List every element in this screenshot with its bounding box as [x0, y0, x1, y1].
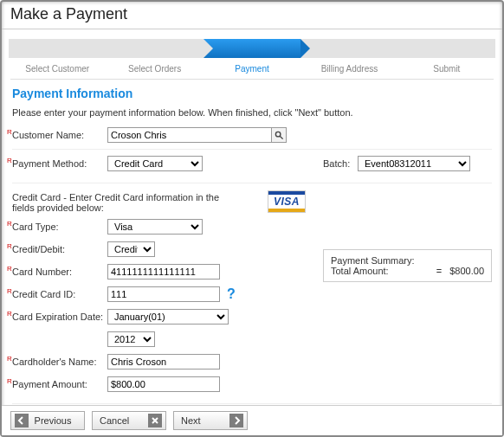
close-icon — [148, 414, 162, 427]
card-number-input[interactable] — [107, 264, 220, 280]
step-submit-bar — [398, 39, 495, 58]
step-label-submit[interactable]: Submit — [398, 64, 495, 74]
section-title: Payment Information — [2, 80, 502, 104]
cc-help-text: Credit Card - Enter Credit Card informat… — [12, 189, 237, 218]
summary-title: Payment Summary: — [331, 255, 484, 266]
required-marker: R — [7, 220, 12, 228]
next-button[interactable]: Next — [173, 411, 248, 430]
arrow-right-icon — [229, 414, 243, 427]
instructions-text: Please enter your payment information be… — [2, 104, 502, 126]
label-batch: Batch: — [323, 158, 358, 169]
required-marker: R — [7, 287, 12, 295]
step-select-customer-bar — [9, 39, 106, 58]
required-marker: R — [7, 242, 12, 250]
previous-button[interactable]: Previous — [10, 411, 85, 430]
label-credit-card-id: Credit Card ID: — [12, 289, 75, 299]
cancel-button[interactable]: Cancel — [92, 411, 166, 430]
label-customer-name: Customer Name: — [12, 130, 84, 140]
label-payment-amount: Payment Amount: — [12, 379, 87, 389]
step-label-select-customer[interactable]: Select Customer — [9, 64, 106, 74]
label-card-type: Card Type: — [12, 222, 59, 232]
step-label-payment[interactable]: Payment — [204, 64, 300, 74]
summary-total-value: $800.00 — [449, 266, 484, 276]
payment-method-select[interactable]: Credit Card — [107, 156, 203, 171]
page-title: Make a Payment — [2, 2, 502, 29]
summary-eq: = — [436, 266, 442, 276]
search-icon — [275, 131, 284, 140]
card-type-select[interactable]: Visa — [107, 219, 203, 235]
required-marker: R — [7, 157, 12, 164]
required-marker: R — [7, 310, 12, 318]
step-label-billing-address[interactable]: Billing Address — [300, 64, 397, 74]
customer-name-input[interactable] — [107, 127, 272, 143]
step-label-select-orders[interactable]: Select Orders — [106, 64, 203, 74]
customer-lookup-button[interactable] — [271, 127, 287, 143]
label-credit-debit: Credit/Debit: — [12, 244, 65, 254]
required-marker: R — [7, 377, 12, 385]
step-payment-bar — [204, 39, 300, 58]
wizard-steps — [2, 29, 502, 62]
wizard-footer: Previous Cancel Next — [2, 405, 502, 435]
cvv-help-icon[interactable]: ? — [227, 286, 236, 302]
summary-total-label: Total Amount: — [331, 266, 389, 276]
svg-point-0 — [275, 132, 281, 137]
label-card-number: Card Number: — [12, 267, 72, 277]
payment-summary-box: Payment Summary: Total Amount: = $800.00 — [323, 249, 492, 282]
required-marker: R — [7, 355, 12, 363]
step-billing-address-bar — [300, 39, 397, 58]
cardholder-name-input[interactable] — [107, 354, 220, 370]
label-payment-method: Payment Method: — [12, 158, 87, 169]
credit-card-id-input[interactable] — [107, 286, 220, 302]
card-brand-visa-icon: VISA — [268, 190, 306, 213]
label-cardholder-name: Cardholder's Name: — [12, 357, 96, 367]
step-select-orders-bar — [106, 39, 203, 58]
payment-amount-input[interactable] — [107, 376, 220, 392]
exp-year-select[interactable]: 2012 — [107, 331, 155, 347]
credit-debit-select[interactable]: Credit — [107, 241, 155, 257]
required-marker: R — [7, 128, 12, 136]
exp-month-select[interactable]: January(01) — [107, 309, 229, 325]
required-marker: R — [7, 265, 12, 273]
label-card-exp: Card Expiration Date: — [12, 312, 103, 322]
arrow-left-icon — [15, 414, 29, 427]
batch-select[interactable]: Event08312011 — [358, 156, 470, 171]
svg-line-1 — [280, 136, 282, 138]
